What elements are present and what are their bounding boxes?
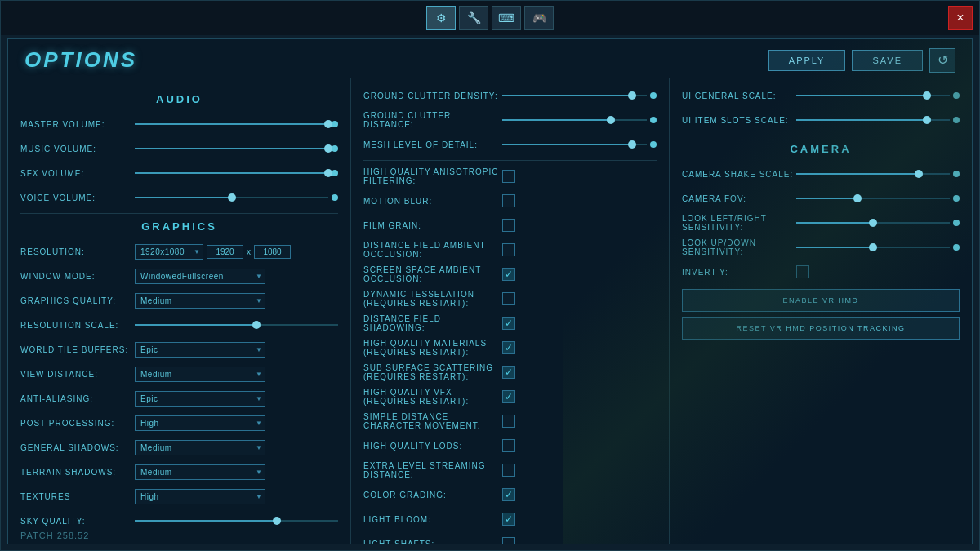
ground-clutter-distance-label: GROUND CLUTTER DISTANCE:: [363, 111, 502, 129]
mesh-lod-row: MESH LEVEL OF DETAIL:: [363, 136, 657, 153]
window-mode-dropdown[interactable]: WindowedFullscreen Fullscreen Windowed: [135, 269, 265, 284]
resolution-width-input[interactable]: [207, 245, 243, 259]
sdcm-checkbox[interactable]: [502, 415, 515, 428]
general-shadows-label: GENERAL SHADOWS:: [20, 443, 135, 452]
ground-clutter-density-row: GROUND CLUTTER DENSITY:: [363, 87, 657, 104]
music-volume-track[interactable]: [135, 148, 328, 149]
dfs-row: DISTANCE FIELD SHADOWING: ✓: [363, 314, 657, 332]
world-tile-buffers-dropdown-wrapper: Epic Low Medium High ▼: [135, 341, 265, 358]
camera-fov-track[interactable]: [796, 198, 950, 199]
hqvfx-row: HIGH QUALITY VFX (REQUIRES RESTART): ✓: [363, 388, 657, 406]
master-volume-slider-container: [135, 121, 338, 127]
resolution-height-input[interactable]: [254, 245, 291, 259]
reset-vr-hmd-button[interactable]: RESET VR HMD POSITION TRACKING: [682, 317, 960, 340]
reset-button[interactable]: ↺: [929, 48, 956, 73]
toolbar-icon-settings[interactable]: ⚙: [426, 6, 456, 30]
master-volume-label: MASTER VOLUME:: [20, 120, 135, 129]
camera-shake-scale-track[interactable]: [796, 173, 950, 175]
master-volume-row: MASTER VOLUME:: [20, 115, 338, 133]
look-ud-sensitivity-track[interactable]: [796, 247, 950, 248]
look-ud-sensitivity-row: LOOK UP/DOWN SENSITIVITY:: [682, 238, 960, 256]
view-distance-dropdown[interactable]: Medium Low High Epic: [135, 367, 265, 382]
dfao-checkbox[interactable]: [502, 243, 515, 256]
film-grain-row: FILM GRAIN:: [363, 216, 657, 234]
close-button[interactable]: ×: [948, 6, 973, 30]
hqm-checkbox[interactable]: ✓: [502, 341, 515, 354]
invert-y-label: INVERT Y:: [682, 268, 796, 277]
resolution-x-separator: x: [247, 247, 251, 256]
sss-label: SUB SURFACE SCATTERING (REQUIRES RESTART…: [363, 363, 502, 381]
dfao-label: DISTANCE FIELD AMBIENT OCCLUSION:: [363, 241, 502, 259]
light-bloom-checkbox[interactable]: ✓: [502, 513, 515, 526]
terrain-shadows-dropdown[interactable]: Medium Low High Epic: [135, 464, 265, 480]
hqlods-checkbox[interactable]: [502, 439, 515, 452]
textures-dropdown[interactable]: High Low Medium Epic: [135, 489, 265, 504]
save-button[interactable]: SAVE: [852, 50, 923, 71]
mesh-lod-label: MESH LEVEL OF DETAIL:: [363, 140, 502, 149]
general-shadows-row: GENERAL SHADOWS: Medium Low High Epic ▼: [20, 438, 338, 456]
motion-blur-checkbox[interactable]: [502, 194, 515, 207]
graphics-quality-label: GRAPHICS QUALITY:: [20, 296, 135, 305]
dynamic-tess-checkbox[interactable]: [502, 292, 515, 305]
world-tile-buffers-dropdown[interactable]: Epic Low Medium High: [135, 342, 265, 358]
post-processing-dropdown-wrapper: High Low Medium Epic ▼: [135, 415, 265, 431]
invert-y-checkbox[interactable]: [796, 265, 809, 278]
cfov-end: [953, 195, 960, 202]
anti-aliasing-label: ANTI-ALIASING:: [20, 394, 135, 403]
master-volume-end: [332, 121, 338, 127]
camera-shake-scale-slider: [796, 171, 960, 177]
terrain-shadows-dropdown-wrapper: Medium Low High Epic ▼: [135, 464, 265, 480]
apply-button[interactable]: APPLY: [768, 50, 846, 71]
sss-checkbox[interactable]: ✓: [502, 366, 515, 379]
resolution-scale-label: RESOLUTION SCALE:: [20, 321, 135, 330]
window-mode-row: WINDOW MODE: WindowedFullscreen Fullscre…: [20, 267, 338, 285]
resolution-dropdown[interactable]: 1920x1080 2560x1440 3840x2160 1280x720: [135, 244, 203, 260]
voice-volume-label: VOICE VOLUME:: [20, 193, 135, 202]
motion-blur-label: MOTION BLUR:: [363, 197, 502, 206]
color-grading-row: COLOR GRADING: ✓: [363, 486, 657, 504]
mesh-lod-track[interactable]: [502, 144, 647, 145]
llrs-end: [953, 220, 960, 226]
ground-clutter-distance-track[interactable]: [502, 119, 647, 121]
sky-quality-track[interactable]: [135, 520, 338, 522]
resolution-scale-slider-container: [135, 324, 338, 326]
toolbar-icon-keyboard[interactable]: ⌨: [492, 6, 521, 30]
hqvfx-checkbox[interactable]: ✓: [502, 390, 515, 403]
graphics-quality-dropdown[interactable]: Medium Low High Epic: [135, 293, 265, 309]
film-grain-checkbox[interactable]: [502, 219, 515, 232]
ui-item-slots-scale-track[interactable]: [796, 119, 950, 121]
sfx-volume-track[interactable]: [135, 172, 328, 174]
look-lr-sensitivity-track[interactable]: [796, 222, 950, 224]
view-distance-label: VIEW DISTANCE:: [20, 370, 135, 379]
textures-dropdown-wrapper: High Low Medium Epic ▼: [135, 488, 265, 504]
header-buttons: APPLY SAVE ↺: [768, 48, 956, 73]
toolbar-icon-controller[interactable]: 🎮: [524, 6, 554, 30]
elsd-checkbox[interactable]: [502, 464, 515, 477]
resolution-scale-track[interactable]: [135, 324, 338, 326]
dfs-checkbox[interactable]: ✓: [502, 317, 515, 330]
enable-vr-hmd-button[interactable]: ENABLE VR HMD: [682, 289, 960, 312]
uigs-end: [953, 92, 960, 99]
motion-blur-row: MOTION BLUR:: [363, 192, 657, 210]
ssao-checkbox[interactable]: ✓: [502, 268, 515, 281]
anti-aliasing-dropdown[interactable]: Epic Low Medium High: [135, 391, 265, 407]
voice-volume-row: VOICE VOLUME:: [20, 189, 338, 207]
post-processing-dropdown[interactable]: High Low Medium Epic: [135, 415, 265, 431]
vr-buttons-section: ENABLE VR HMD RESET VR HMD POSITION TRAC…: [682, 289, 960, 340]
general-shadows-dropdown[interactable]: Medium Low High Epic: [135, 440, 265, 455]
gcd2-end: [650, 117, 657, 123]
voice-volume-track[interactable]: [135, 197, 328, 198]
music-volume-label: MUSIC VOLUME:: [20, 144, 135, 153]
sky-quality-row: SKY QUALITY:: [20, 512, 338, 530]
ui-general-scale-track[interactable]: [796, 95, 950, 96]
toolbar-icon-tools[interactable]: 🔧: [459, 6, 488, 30]
hq-anisotropic-checkbox[interactable]: [502, 170, 515, 183]
color-grading-checkbox[interactable]: ✓: [502, 488, 515, 501]
sky-quality-label: SKY QUALITY:: [20, 517, 135, 526]
voice-volume-slider-container: [135, 194, 338, 201]
ground-clutter-density-track[interactable]: [502, 95, 647, 96]
header: OPTIONS APPLY SAVE ↺: [8, 39, 972, 78]
master-volume-track[interactable]: [135, 123, 328, 125]
light-shafts-checkbox[interactable]: [502, 537, 515, 544]
elsd-label: EXTRA LEVEL STREAMING DISTANCE:: [363, 461, 502, 479]
